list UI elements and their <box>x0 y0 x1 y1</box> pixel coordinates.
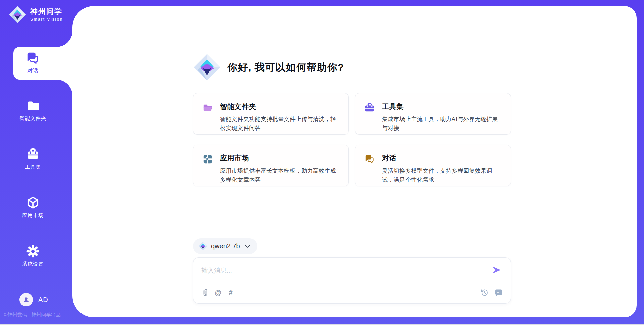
card-title: 应用市场 <box>220 153 340 163</box>
sidebar-item-label: 对话 <box>27 67 39 74</box>
sidebar-item-smart-folder[interactable]: 智能文件夹 <box>0 99 66 122</box>
card-desc: 集成市场上主流工具，助力AI与外界无缝扩展与对接 <box>382 115 502 133</box>
topic-button[interactable]: # <box>227 288 235 297</box>
brand-subtitle: Smart Vision <box>30 17 63 22</box>
sidebar-item-label: 系统设置 <box>22 261 44 267</box>
history-button[interactable] <box>480 288 488 297</box>
brand-gem-icon <box>9 6 26 23</box>
person-icon <box>22 296 30 303</box>
sidebar-item-toolbox[interactable]: 工具集 <box>0 147 66 170</box>
card-smart-folder[interactable]: 智能文件夹 智能文件夹功能支持批量文件上传与清洗，轻松实现文件问答 <box>193 93 349 135</box>
sidebar-item-label: 智能文件夹 <box>19 115 46 122</box>
composer-right-tools <box>480 288 502 297</box>
sidebar-item-settings[interactable]: 系统设置 <box>0 245 66 267</box>
feature-cards: 智能文件夹 智能文件夹功能支持批量文件上传与清洗，轻松实现文件问答 工具集 集成… <box>193 93 511 186</box>
chat-icon <box>365 154 375 164</box>
brand-name: 神州问学 <box>30 8 63 16</box>
card-title: 智能文件夹 <box>220 102 340 111</box>
message-input[interactable] <box>201 263 487 278</box>
folder-icon <box>26 99 40 112</box>
chevron-down-icon <box>245 245 250 248</box>
sidebar-item-label: 工具集 <box>25 164 41 170</box>
card-desc: 应用市场提供丰富长文本模板，助力高效生成多样化文章内容 <box>220 166 340 184</box>
toolbox-icon <box>26 147 40 161</box>
tab-curve-top <box>56 31 72 47</box>
card-desc: 智能文件夹功能支持批量文件上传与清洗，轻松实现文件问答 <box>220 115 340 133</box>
grid-icon <box>203 154 213 164</box>
composer-toolbar: @ # <box>201 288 502 297</box>
greeting-gem-icon <box>193 54 221 81</box>
model-name: qwen2:7b <box>211 242 240 250</box>
mention-button[interactable]: @ <box>214 288 222 297</box>
card-title: 对话 <box>382 153 502 163</box>
feedback-button[interactable] <box>494 288 502 297</box>
send-icon[interactable] <box>492 266 502 274</box>
greeting-title: 你好, 我可以如何帮助你? <box>227 61 344 74</box>
tab-curve-bottom <box>56 80 72 96</box>
card-app-market[interactable]: 应用市场 应用市场提供丰富长文本模板，助力高效生成多样化文章内容 <box>193 145 349 186</box>
card-toolbox[interactable]: 工具集 集成市场上主流工具，助力AI与外界无缝扩展与对接 <box>355 93 511 135</box>
user-initials: AD <box>38 296 48 304</box>
card-title: 工具集 <box>382 102 502 111</box>
copyright-text: ©神州数码 · 神州问学出品 <box>4 312 71 318</box>
app-logo: 神州问学 Smart Vision <box>9 6 63 23</box>
chat-icon <box>26 51 40 65</box>
model-gem-icon <box>198 242 207 251</box>
folder-icon <box>203 103 213 113</box>
model-selector[interactable]: qwen2:7b <box>193 238 257 254</box>
chat-bubble-icon <box>494 289 502 296</box>
message-composer: @ # <box>193 257 511 304</box>
gear-icon <box>26 245 40 258</box>
toolbox-icon <box>365 103 375 113</box>
sidebar-item-label: 应用市场 <box>22 212 44 219</box>
cube-icon <box>26 196 40 209</box>
avatar <box>19 293 33 306</box>
user-profile[interactable]: AD <box>19 293 48 306</box>
history-icon <box>480 288 488 297</box>
at-icon: @ <box>215 289 221 297</box>
paperclip-icon <box>202 289 209 296</box>
sidebar-item-chat[interactable]: 对话 <box>13 47 72 80</box>
card-chat[interactable]: 对话 灵活切换多模型文件，支持多样回复效果调试，满足个性化需求 <box>355 145 511 186</box>
composer-divider <box>193 284 511 284</box>
sidebar-item-app-market[interactable]: 应用市场 <box>0 196 66 219</box>
card-desc: 灵活切换多模型文件，支持多样回复效果调试，满足个性化需求 <box>382 166 502 184</box>
hash-icon: # <box>229 289 232 297</box>
attachment-button[interactable] <box>201 288 209 297</box>
greeting-block: 你好, 我可以如何帮助你? <box>193 54 344 81</box>
